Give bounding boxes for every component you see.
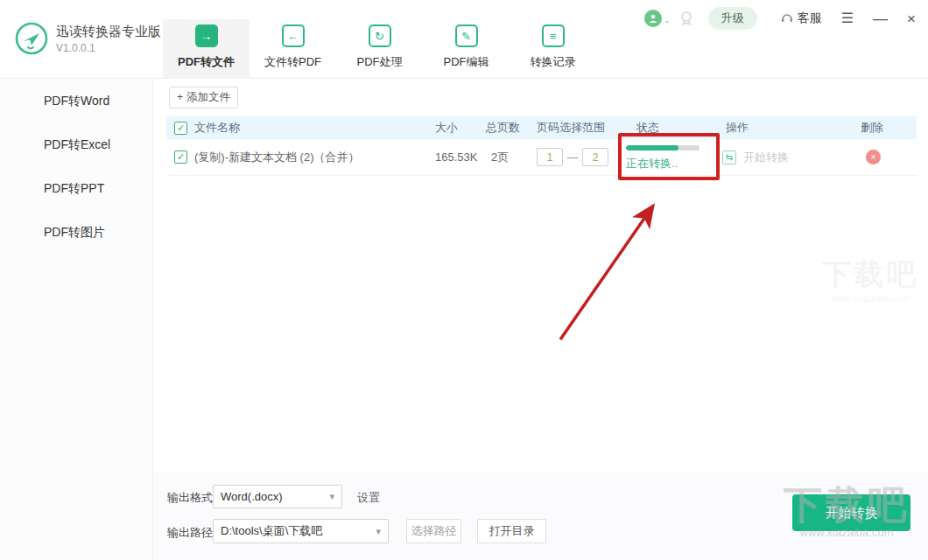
chevron-down-icon: ▾ xyxy=(376,526,381,537)
customer-service-label: 客服 xyxy=(798,10,822,26)
tab-pdf-process[interactable]: ↻ PDF处理 xyxy=(336,19,423,79)
import-file-icon: ← xyxy=(282,24,305,47)
sidebar-item-pdf-to-ppt[interactable]: PDF转PPT xyxy=(44,181,104,197)
app-title: 迅读转换器专业版 xyxy=(56,24,161,40)
open-directory-button[interactable]: 打开目录 xyxy=(477,519,546,543)
add-file-button[interactable]: + 添加文件 xyxy=(169,87,238,108)
minimize-icon[interactable]: — xyxy=(873,11,888,26)
output-format-value: Word(.docx) xyxy=(221,490,283,503)
history-icon: ≡ xyxy=(542,24,565,47)
tab-label: PDF编辑 xyxy=(444,54,489,70)
row-start-convert-button[interactable]: 开始转换 xyxy=(743,150,789,165)
sidebar-item-pdf-to-word[interactable]: PDF转Word xyxy=(44,94,109,109)
customer-service-button[interactable]: 客服 xyxy=(780,10,822,26)
tab-label: 转换记录 xyxy=(531,54,576,70)
header-right-cluster: 。 升级 客服 ☰ — × xyxy=(644,7,916,30)
file-pages: 2页 xyxy=(486,150,537,165)
start-convert-button[interactable]: 开始转换 xyxy=(792,494,910,531)
tab-label: PDF转文件 xyxy=(178,54,235,70)
annotation-highlight-box xyxy=(618,133,720,180)
output-path-select[interactable]: D:\tools\桌面\下载吧 ▾ xyxy=(213,519,389,543)
page-from-input[interactable] xyxy=(537,148,563,166)
col-header-delete: 删除 xyxy=(854,120,917,136)
col-header-name: 文件名称 xyxy=(194,120,420,136)
process-icon: ↻ xyxy=(369,24,391,47)
app-version: V1.0.0.1 xyxy=(56,42,161,54)
output-path-value: D:\tools\桌面\下载吧 xyxy=(221,523,322,539)
table-header: ✓ 文件名称 大小 总页数 页码选择范围 状态 操作 删除 xyxy=(166,116,917,139)
menu-icon[interactable]: ☰ xyxy=(841,11,854,25)
sidebar-item-pdf-to-image[interactable]: PDF转图片 xyxy=(44,225,105,241)
tab-file-to-pdf[interactable]: ← 文件转PDF xyxy=(250,19,336,79)
annotation-arrow xyxy=(524,189,672,351)
edit-icon: ✎ xyxy=(455,24,478,47)
action-cell: ⇆ 开始转换 xyxy=(722,150,854,165)
settings-link[interactable]: 设置 xyxy=(357,490,380,506)
vip-badge-icon[interactable] xyxy=(678,10,694,26)
close-icon[interactable]: × xyxy=(907,11,916,26)
page-to-input[interactable] xyxy=(582,148,608,166)
person-icon xyxy=(648,13,658,24)
file-size: 165.53K xyxy=(420,150,486,164)
sidebar-item-pdf-to-excel[interactable]: PDF转Excel xyxy=(44,137,110,153)
convert-icon[interactable]: ⇆ xyxy=(722,150,736,164)
table-row: ✓ (复制)-新建文本文档 (2)（合并） 165.53K 2页 — 正在转换.… xyxy=(166,139,917,176)
choose-path-button[interactable]: 选择路径 xyxy=(406,519,461,543)
export-file-icon: → xyxy=(195,24,218,47)
col-header-pages: 总页数 xyxy=(486,120,537,136)
output-format-select[interactable]: Word(.docx) ▾ xyxy=(213,485,342,508)
col-header-size: 大小 xyxy=(420,120,486,136)
tab-history[interactable]: ≡ 转换记录 xyxy=(510,19,596,79)
user-avatar[interactable] xyxy=(644,10,662,27)
brand: 迅读转换器专业版 V1.0.0.1 xyxy=(14,21,161,56)
file-name: (复制)-新建文本文档 (2)（合并） xyxy=(194,150,420,165)
row-checkbox[interactable]: ✓ xyxy=(174,150,187,164)
select-all-checkbox[interactable]: ✓ xyxy=(174,122,187,135)
tab-pdf-edit[interactable]: ✎ PDF编辑 xyxy=(423,19,510,79)
app-window: 迅读转换器专业版 V1.0.0.1 → PDF转文件 ← 文件转PDF ↻ PD… xyxy=(0,0,928,560)
col-header-range: 页码选择范围 xyxy=(537,120,624,136)
brand-text: 迅读转换器专业版 V1.0.0.1 xyxy=(56,24,161,54)
app-logo-icon xyxy=(14,21,49,56)
footer-bar: 输出格式： Word(.docx) ▾ 设置 输出路径： D:\tools\桌面… xyxy=(154,472,928,560)
user-status-dot: 。 xyxy=(665,12,675,25)
header-bar: 迅读转换器专业版 V1.0.0.1 → PDF转文件 ← 文件转PDF ↻ PD… xyxy=(0,0,928,79)
chevron-down-icon: ▾ xyxy=(329,491,334,502)
range-separator: — xyxy=(567,151,578,164)
sidebar: PDF转Word PDF转Excel PDF转PPT PDF转图片 xyxy=(0,80,153,560)
main-tabs: → PDF转文件 ← 文件转PDF ↻ PDF处理 ✎ PDF编辑 ≡ 转换记录 xyxy=(163,19,596,79)
delete-row-icon[interactable]: × xyxy=(866,150,881,164)
tab-label: PDF处理 xyxy=(357,54,403,70)
col-header-action: 操作 xyxy=(722,120,854,136)
tab-label: 文件转PDF xyxy=(264,54,321,70)
headset-icon xyxy=(780,11,794,25)
upgrade-button[interactable]: 升级 xyxy=(708,7,757,30)
tab-pdf-to-file[interactable]: → PDF转文件 xyxy=(163,19,250,79)
